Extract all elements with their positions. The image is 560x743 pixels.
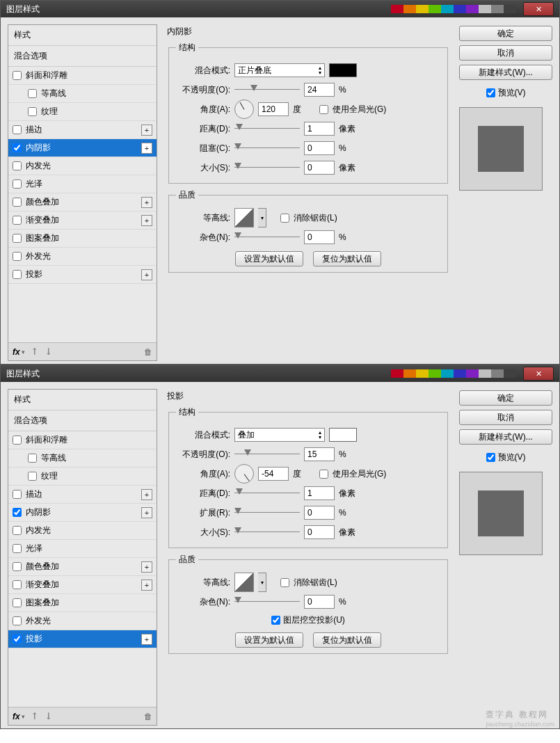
contour-picker[interactable] xyxy=(234,208,254,227)
preview-checkbox[interactable] xyxy=(486,453,495,462)
sidebar-item[interactable]: 渐变叠加+ xyxy=(8,211,157,230)
add-effect-icon[interactable]: + xyxy=(141,507,152,518)
opacity-slider[interactable] xyxy=(234,449,300,459)
distance-slider[interactable] xyxy=(234,488,300,498)
slider-thumb-icon[interactable] xyxy=(234,143,241,150)
effect-checkbox[interactable] xyxy=(13,234,22,243)
slider-thumb-icon[interactable] xyxy=(250,85,257,91)
effect-checkbox[interactable] xyxy=(13,598,22,607)
distance-input[interactable]: 1 xyxy=(304,122,335,136)
sidebar-item[interactable]: 图案叠加 xyxy=(8,594,157,612)
sidebar-item[interactable]: 光泽 xyxy=(8,175,157,193)
effect-checkbox[interactable] xyxy=(13,634,22,644)
reset-default-button[interactable]: 复位为默认值 xyxy=(313,632,381,648)
add-effect-icon[interactable]: + xyxy=(141,125,152,136)
sidebar-item[interactable]: 描边+ xyxy=(8,121,157,139)
sidebar-item[interactable]: 内阴影+ xyxy=(8,139,157,157)
effect-checkbox[interactable] xyxy=(13,562,22,571)
sidebar-item[interactable]: 颜色叠加+ xyxy=(8,193,157,211)
distance-slider[interactable] xyxy=(234,124,300,134)
effect-checkbox[interactable] xyxy=(13,161,22,170)
slider-thumb-icon[interactable] xyxy=(234,232,241,239)
global-light-checkbox[interactable] xyxy=(319,470,328,479)
angle-input[interactable]: -54 xyxy=(258,467,289,481)
effect-checkbox[interactable] xyxy=(13,143,22,152)
contour-picker[interactable] xyxy=(234,573,254,592)
new-style-button[interactable]: 新建样式(W)... xyxy=(459,429,552,445)
effect-checkbox[interactable] xyxy=(28,454,37,463)
noise-slider[interactable] xyxy=(234,232,300,242)
make-default-button[interactable]: 设置为默认值 xyxy=(235,251,303,266)
add-effect-icon[interactable]: + xyxy=(141,143,152,154)
effect-checkbox[interactable] xyxy=(13,490,22,499)
choke-slider[interactable] xyxy=(234,508,300,518)
contour-dropdown-icon[interactable]: ▾ xyxy=(258,208,266,227)
size-input[interactable]: 0 xyxy=(304,525,335,539)
close-button[interactable]: ✕ xyxy=(523,367,554,381)
color-swatch[interactable] xyxy=(329,428,357,442)
add-effect-icon[interactable]: + xyxy=(141,489,152,500)
fx-dropdown-icon[interactable]: ▾ xyxy=(22,713,25,720)
effect-checkbox[interactable] xyxy=(13,179,22,189)
sidebar-item[interactable]: 渐变叠加+ xyxy=(8,576,157,594)
effect-checkbox[interactable] xyxy=(13,508,22,517)
preview-checkbox[interactable] xyxy=(486,88,495,97)
effect-checkbox[interactable] xyxy=(13,71,22,80)
effect-checkbox[interactable] xyxy=(13,216,22,225)
color-swatch[interactable] xyxy=(329,63,357,77)
noise-input[interactable]: 0 xyxy=(304,595,335,609)
opacity-input[interactable]: 24 xyxy=(304,83,335,97)
sidebar-item[interactable]: 图案叠加 xyxy=(8,230,157,248)
effect-checkbox[interactable] xyxy=(13,252,22,261)
sidebar-item[interactable]: 斜面和浮雕 xyxy=(8,67,157,85)
slider-thumb-icon[interactable] xyxy=(236,124,243,130)
move-up-icon[interactable]: 🠕 xyxy=(31,347,39,357)
ok-button[interactable]: 确定 xyxy=(459,390,552,406)
size-input[interactable]: 0 xyxy=(304,161,335,175)
effect-checkbox[interactable] xyxy=(13,580,22,589)
sidebar-item[interactable]: 等高线 xyxy=(8,85,157,103)
add-effect-icon[interactable]: + xyxy=(141,197,152,208)
sidebar-item[interactable]: 外发光 xyxy=(8,248,157,266)
move-down-icon[interactable]: 🠗 xyxy=(45,712,53,721)
sidebar-item[interactable]: 等高线 xyxy=(8,449,157,468)
sidebar-header-styles[interactable]: 样式 xyxy=(8,390,157,410)
cancel-button[interactable]: 取消 xyxy=(459,45,552,61)
effect-checkbox[interactable] xyxy=(13,544,22,553)
cancel-button[interactable]: 取消 xyxy=(459,410,552,425)
effect-checkbox[interactable] xyxy=(13,616,22,625)
add-effect-icon[interactable]: + xyxy=(141,561,152,573)
effect-checkbox[interactable] xyxy=(13,198,22,207)
slider-thumb-icon[interactable] xyxy=(244,449,251,456)
fx-dropdown-icon[interactable]: ▾ xyxy=(22,349,25,355)
opacity-slider[interactable] xyxy=(234,85,300,95)
sidebar-header-blend[interactable]: 混合选项 xyxy=(8,46,157,67)
sidebar-item[interactable]: 纹理 xyxy=(8,103,157,121)
add-effect-icon[interactable]: + xyxy=(141,634,152,645)
effect-checkbox[interactable] xyxy=(28,107,37,116)
noise-slider[interactable] xyxy=(234,597,300,607)
fx-icon[interactable]: fx xyxy=(13,347,20,357)
antialias-checkbox[interactable] xyxy=(280,214,289,223)
effect-checkbox[interactable] xyxy=(13,526,22,535)
antialias-checkbox[interactable] xyxy=(280,578,289,587)
slider-thumb-icon[interactable] xyxy=(234,163,241,169)
effect-checkbox[interactable] xyxy=(13,125,22,134)
add-effect-icon[interactable]: + xyxy=(141,215,152,226)
sidebar-item[interactable]: 斜面和浮雕 xyxy=(8,431,157,449)
choke-input[interactable]: 0 xyxy=(304,506,335,520)
size-slider[interactable] xyxy=(234,527,300,537)
sidebar-item[interactable]: 内发光 xyxy=(8,157,157,175)
effect-checkbox[interactable] xyxy=(13,270,22,279)
trash-icon[interactable]: 🗑 xyxy=(144,347,152,357)
angle-input[interactable]: 120 xyxy=(258,102,289,116)
global-light-checkbox[interactable] xyxy=(319,105,328,114)
noise-input[interactable]: 0 xyxy=(304,230,335,244)
knockout-checkbox[interactable] xyxy=(271,616,280,625)
fx-icon[interactable]: fx xyxy=(13,712,20,721)
close-button[interactable]: ✕ xyxy=(523,2,554,16)
add-effect-icon[interactable]: + xyxy=(141,580,152,591)
sidebar-item[interactable]: 内阴影+ xyxy=(8,504,157,522)
angle-dial[interactable] xyxy=(234,464,254,484)
slider-thumb-icon[interactable] xyxy=(234,597,241,603)
